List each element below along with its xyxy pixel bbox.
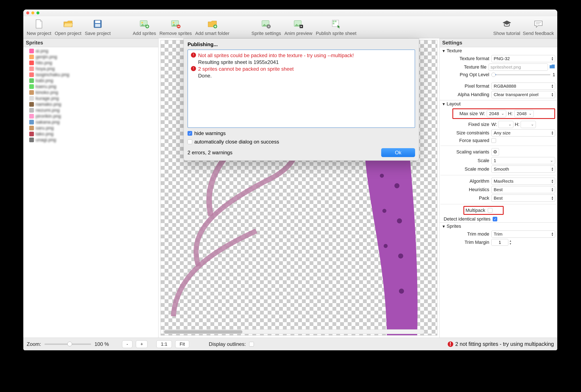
pixel-format-select[interactable]: RGBA8888▲▼ bbox=[491, 83, 555, 90]
fixed-width-select[interactable] bbox=[498, 121, 514, 128]
file-name: kurage.png bbox=[36, 96, 59, 101]
zoom-out-button[interactable]: - bbox=[122, 340, 132, 348]
list-item[interactable]: tako.png bbox=[29, 131, 158, 137]
list-item[interactable]: kurage.png bbox=[29, 95, 158, 101]
trim-margin-label: Trim Margin bbox=[440, 240, 491, 245]
zoom-1to1-button[interactable]: 1:1 bbox=[156, 340, 172, 348]
hide-warnings-checkbox[interactable]: ✓ bbox=[188, 131, 192, 136]
save-project-button[interactable]: Save project bbox=[84, 18, 112, 36]
scale-select[interactable]: 1 bbox=[491, 157, 555, 164]
zoom-value: 100 % bbox=[94, 341, 109, 347]
pack-label: Pack bbox=[440, 195, 491, 201]
sprite-file-list[interactable]: ai.pnggenjin.pnghito.pnghoya.pngisoginch… bbox=[23, 47, 158, 338]
list-item[interactable]: unagi.png bbox=[29, 137, 158, 143]
list-item[interactable]: kabi.png bbox=[29, 78, 158, 84]
zoom-icon[interactable] bbox=[36, 11, 40, 14]
display-outlines-checkbox[interactable] bbox=[249, 342, 254, 347]
add-sprites-button[interactable]: Add sprites bbox=[131, 18, 157, 36]
svg-rect-16 bbox=[333, 20, 334, 22]
detect-identical-checkbox[interactable]: ✓ bbox=[493, 217, 497, 221]
list-item[interactable]: sakana.png bbox=[29, 119, 158, 125]
sprites-section-header[interactable]: Sprites bbox=[440, 222, 557, 230]
sprite-thumbnail-icon bbox=[29, 49, 34, 53]
browse-folder-icon[interactable] bbox=[549, 64, 555, 70]
scaling-variants-button[interactable]: ⚙ bbox=[491, 148, 499, 156]
new-project-button[interactable]: New project bbox=[26, 18, 52, 36]
w-label: W: bbox=[480, 111, 485, 116]
file-name: nezumi.png bbox=[36, 108, 60, 113]
scale-label: Scale bbox=[440, 158, 491, 163]
list-item[interactable]: hoya.png bbox=[29, 66, 158, 72]
texture-file-input[interactable] bbox=[488, 63, 548, 71]
alpha-handling-select[interactable]: Clear transparent pixel▲▼ bbox=[491, 91, 555, 98]
list-item[interactable]: kaeru.png bbox=[29, 84, 158, 90]
fixed-height-select[interactable] bbox=[520, 121, 536, 128]
texture-section-header[interactable]: Texture bbox=[440, 47, 557, 54]
heuristics-select[interactable]: Best▲▼ bbox=[491, 186, 555, 193]
show-tutorial-button[interactable]: Show tutorial bbox=[492, 18, 522, 36]
stepper-down-icon[interactable]: ▼ bbox=[509, 242, 512, 245]
texture-format-label: Texture format bbox=[440, 56, 491, 61]
png-opt-slider[interactable] bbox=[491, 74, 550, 75]
auto-close-checkbox[interactable] bbox=[188, 140, 192, 144]
list-item[interactable]: genjin.png bbox=[29, 54, 158, 60]
sprite-thumbnail-icon bbox=[29, 114, 34, 119]
scale-mode-select[interactable]: Smooth▲▼ bbox=[491, 166, 555, 173]
zoom-in-button[interactable]: + bbox=[136, 340, 148, 348]
sprites-panel: Sprites ai.pnggenjin.pnghito.pnghoya.png… bbox=[23, 38, 158, 338]
open-project-button[interactable]: Open project bbox=[54, 18, 83, 36]
layout-section-header[interactable]: Layout bbox=[440, 100, 557, 108]
publish-log: !Not all sprites could be packed into th… bbox=[188, 49, 415, 128]
h-label: H: bbox=[508, 111, 512, 116]
list-item[interactable]: hito.png bbox=[29, 60, 158, 66]
remove-sprites-button[interactable]: Remove sprites bbox=[158, 18, 193, 36]
ok-button[interactable]: Ok bbox=[381, 148, 415, 157]
sprite-thumbnail-icon bbox=[29, 120, 34, 124]
new-project-label: New project bbox=[27, 31, 51, 36]
zoom-slider[interactable] bbox=[44, 344, 91, 345]
list-item[interactable]: nezumi.png bbox=[29, 107, 158, 113]
size-constraints-select[interactable]: Any size▲▼ bbox=[491, 129, 555, 137]
force-squared-checkbox[interactable] bbox=[491, 138, 496, 143]
list-item[interactable]: isoginchaku.png bbox=[29, 72, 158, 78]
sprite-thumbnail-icon bbox=[29, 90, 34, 95]
file-name: hito.png bbox=[36, 60, 52, 66]
stepper-up-icon[interactable]: ▲ bbox=[509, 239, 512, 242]
heuristics-label: Heuristics bbox=[440, 187, 491, 193]
dialog-title: Publishing... bbox=[188, 41, 415, 47]
max-height-select[interactable]: 2048 bbox=[514, 110, 534, 117]
algorithm-label: Algorithm bbox=[440, 179, 491, 184]
sprite-thumbnail-icon bbox=[29, 78, 34, 83]
list-item[interactable]: ai.png bbox=[29, 48, 158, 54]
svg-rect-18 bbox=[333, 23, 334, 24]
anim-preview-button[interactable]: Anim preview bbox=[283, 18, 314, 36]
sprite-settings-button[interactable]: Sprite settings bbox=[250, 18, 282, 36]
add-smart-folder-button[interactable]: Add smart folder bbox=[194, 18, 230, 36]
pack-select[interactable]: Best▲▼ bbox=[491, 195, 555, 202]
trim-mode-select[interactable]: Trim▲▼ bbox=[491, 230, 555, 238]
list-item[interactable]: saru.png bbox=[29, 125, 158, 131]
send-feedback-button[interactable]: Send feedback bbox=[522, 18, 555, 36]
floppy-icon bbox=[92, 19, 103, 29]
list-item[interactable]: kinoko.png bbox=[29, 90, 158, 95]
texture-format-select[interactable]: PNG-32▲▼ bbox=[491, 55, 555, 62]
check-icon: ✔ bbox=[191, 59, 196, 64]
image-gear-icon bbox=[261, 19, 271, 29]
zoom-label: Zoom: bbox=[27, 341, 41, 347]
file-name: ai.png bbox=[36, 48, 48, 54]
multipack-checkbox[interactable] bbox=[488, 208, 492, 213]
algorithm-select[interactable]: MaxRects▲▼ bbox=[491, 178, 555, 185]
svg-point-33 bbox=[382, 209, 386, 213]
trim-margin-input[interactable] bbox=[491, 239, 508, 246]
size-constraints-label: Size constraints bbox=[440, 130, 491, 136]
zoom-fit-button[interactable]: Fit bbox=[175, 340, 189, 348]
horizontal-scrollbar[interactable] bbox=[163, 329, 424, 334]
file-name: saru.png bbox=[36, 125, 54, 131]
publish-button[interactable]: Publish sprite sheet bbox=[314, 18, 358, 36]
minimize-icon[interactable] bbox=[31, 11, 34, 14]
list-item[interactable]: namako.png bbox=[29, 101, 158, 107]
max-width-select[interactable]: 2048 bbox=[487, 110, 506, 117]
list-item[interactable]: pirorikin.png bbox=[29, 113, 158, 119]
publish-label: Publish sprite sheet bbox=[316, 31, 356, 36]
close-icon[interactable] bbox=[26, 11, 29, 14]
